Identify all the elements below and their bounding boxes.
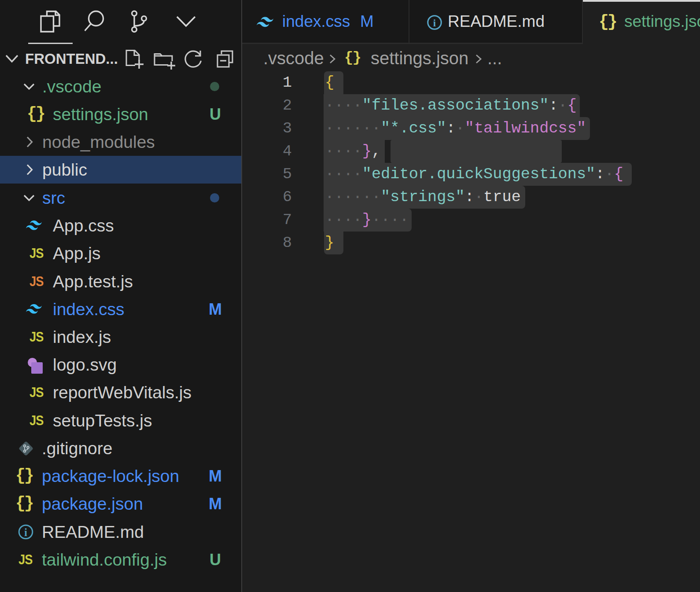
svg-text:i: i bbox=[433, 18, 436, 29]
svg-text:i: i bbox=[24, 526, 27, 538]
